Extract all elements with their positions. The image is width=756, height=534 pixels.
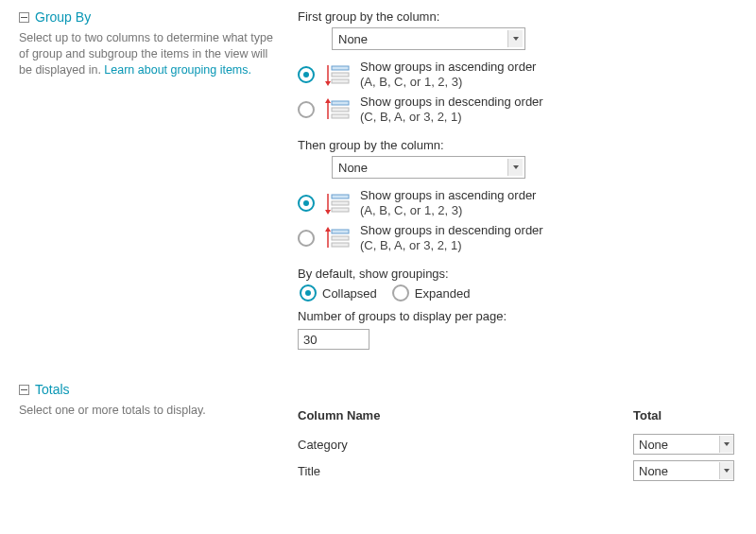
radio-icon[interactable] <box>298 230 315 247</box>
totals-description: Select one or more totals to display. <box>19 403 279 419</box>
chevron-down-icon <box>507 30 523 47</box>
svg-rect-13 <box>332 201 349 205</box>
then-group-label: Then group by the column: <box>298 138 737 152</box>
first-group-dropdown[interactable]: None <box>332 27 525 50</box>
svg-rect-19 <box>332 243 349 247</box>
totals-title: Totals <box>35 382 70 397</box>
then-group-dropdown[interactable]: None <box>332 156 525 179</box>
totals-dropdown[interactable]: None <box>633 434 734 455</box>
desc-hint: (C, B, A, or 3, 2, 1) <box>360 238 543 253</box>
totals-table: Column Name Total Category None Title No… <box>298 382 737 487</box>
svg-marker-1 <box>325 81 331 86</box>
first-group-value: None <box>338 32 368 46</box>
table-row: Title None <box>298 460 737 481</box>
collapsed-radio[interactable] <box>300 284 317 301</box>
then-group-value: None <box>338 161 368 175</box>
table-row: Category None <box>298 434 737 455</box>
svg-rect-4 <box>332 79 349 83</box>
svg-rect-9 <box>332 114 349 118</box>
expanded-label: Expanded <box>415 286 471 301</box>
first-desc-text: Show groups in descending order (C, B, A… <box>360 95 543 126</box>
first-group-block: First group by the column: None <box>298 9 737 125</box>
totals-section: Totals Select one or more totals to disp… <box>19 382 737 487</box>
asc-hint: (A, B, C, or 1, 2, 3) <box>360 203 536 218</box>
collapsed-label: Collapsed <box>322 286 377 301</box>
num-groups-input[interactable] <box>298 329 369 350</box>
group-by-title: Group By <box>35 9 91 25</box>
num-groups-block: Number of groups to display per page: <box>298 309 737 350</box>
group-by-form: First group by the column: None <box>298 9 737 363</box>
svg-marker-11 <box>325 210 331 215</box>
desc-label: Show groups in descending order <box>360 95 543 109</box>
chevron-down-icon <box>719 436 733 453</box>
svg-rect-18 <box>332 236 349 240</box>
totals-col-name: Category <box>298 438 633 452</box>
first-group-label: First group by the column: <box>298 9 737 24</box>
sort-descending-icon <box>324 225 351 251</box>
asc-label: Show groups in ascending order <box>360 60 536 74</box>
totals-left: Totals Select one or more totals to disp… <box>19 382 298 487</box>
radio-icon[interactable] <box>298 195 315 212</box>
chevron-down-icon <box>507 159 523 176</box>
asc-hint: (A, B, C, or 1, 2, 3) <box>360 75 536 90</box>
desc-label: Show groups in descending order <box>360 223 543 237</box>
totals-dropdown-value: None <box>639 464 668 478</box>
group-by-heading[interactable]: Group By <box>19 9 279 25</box>
chevron-down-icon <box>719 462 733 479</box>
totals-heading[interactable]: Totals <box>19 382 279 397</box>
expanded-radio[interactable] <box>392 284 409 301</box>
radio-icon[interactable] <box>298 66 315 83</box>
svg-rect-14 <box>332 208 349 212</box>
sort-ascending-icon <box>324 190 351 216</box>
first-asc-text: Show groups in ascending order (A, B, C,… <box>360 60 536 91</box>
first-group-ascending-option[interactable]: Show groups in ascending order (A, B, C,… <box>298 60 737 91</box>
totals-header-total: Total <box>633 408 737 422</box>
then-asc-text: Show groups in ascending order (A, B, C,… <box>360 188 536 219</box>
default-groupings-label: By default, show groupings: <box>298 267 737 281</box>
group-by-section: Group By Select up to two columns to det… <box>19 9 737 363</box>
svg-rect-2 <box>332 66 349 70</box>
then-group-block: Then group by the column: None <box>298 138 737 253</box>
totals-dropdown-value: None <box>639 438 668 452</box>
collapse-icon[interactable] <box>19 12 29 23</box>
first-group-descending-option[interactable]: Show groups in descending order (C, B, A… <box>298 95 737 126</box>
svg-marker-6 <box>325 98 331 103</box>
group-by-left: Group By Select up to two columns to det… <box>19 9 298 363</box>
default-groupings-options: Collapsed Expanded <box>298 284 737 301</box>
svg-rect-8 <box>332 108 349 112</box>
sort-descending-icon <box>324 96 351 123</box>
svg-marker-16 <box>325 227 331 232</box>
group-by-description: Select up to two columns to determine wh… <box>19 30 279 78</box>
svg-rect-7 <box>332 101 349 105</box>
then-desc-text: Show groups in descending order (C, B, A… <box>360 223 543 254</box>
collapse-icon[interactable] <box>19 385 29 395</box>
asc-label: Show groups in ascending order <box>360 188 536 202</box>
learn-link[interactable]: Learn about grouping items. <box>104 63 251 77</box>
svg-rect-3 <box>332 73 349 77</box>
desc-hint: (C, B, A, or 3, 2, 1) <box>360 110 543 125</box>
totals-header-column-name: Column Name <box>298 408 633 422</box>
svg-rect-12 <box>332 195 349 198</box>
then-group-descending-option[interactable]: Show groups in descending order (C, B, A… <box>298 223 737 254</box>
sort-ascending-icon <box>324 61 351 88</box>
radio-icon[interactable] <box>298 101 315 118</box>
num-groups-label: Number of groups to display per page: <box>298 309 737 323</box>
totals-col-name: Title <box>298 464 633 478</box>
default-groupings-block: By default, show groupings: Collapsed Ex… <box>298 267 737 301</box>
totals-dropdown[interactable]: None <box>633 460 734 481</box>
totals-header-row: Column Name Total <box>298 408 737 422</box>
then-group-ascending-option[interactable]: Show groups in ascending order (A, B, C,… <box>298 188 737 219</box>
svg-rect-17 <box>332 230 349 233</box>
